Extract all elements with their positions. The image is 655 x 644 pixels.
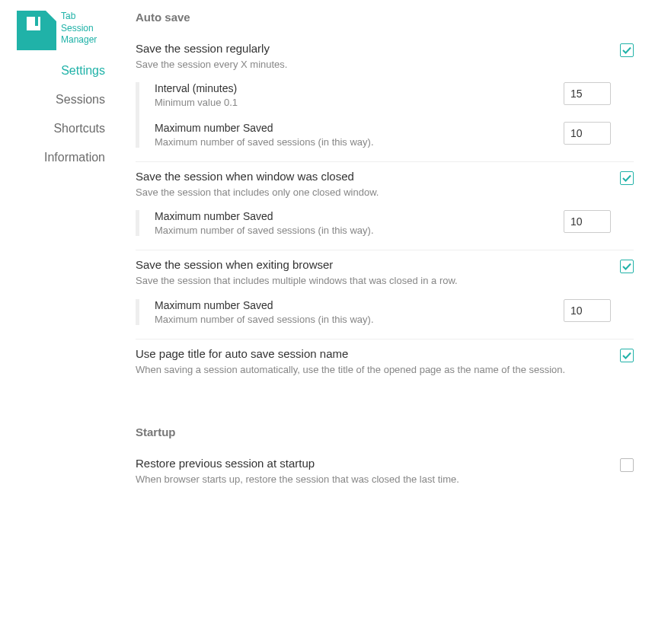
sidebar-item-information[interactable]: Information bbox=[44, 151, 108, 164]
restore-startup-checkbox[interactable] bbox=[620, 458, 634, 472]
setting-title: Save the session when exiting browser bbox=[136, 258, 611, 271]
sub-desc: Maximum number of saved sessions (in thi… bbox=[155, 314, 564, 325]
max-exit-input[interactable] bbox=[564, 299, 611, 322]
sub-desc: Maximum number of saved sessions (in thi… bbox=[155, 136, 564, 148]
setting-restore-startup: Restore previous session at startup When… bbox=[136, 449, 634, 500]
sidebar-nav: Settings Sessions Shortcuts Information bbox=[0, 64, 108, 164]
section-heading-startup: Startup bbox=[136, 426, 634, 438]
max-winclose-input[interactable] bbox=[564, 210, 611, 233]
setting-desc: When browser starts up, restore the sess… bbox=[136, 473, 611, 486]
max-regular-input[interactable] bbox=[564, 122, 611, 145]
app-brand: Tab Session Manager bbox=[0, 11, 97, 50]
setting-desc: Save the session that includes multiple … bbox=[136, 274, 611, 288]
sub-setting-max-winclose: Maximum number Saved Maximum number of s… bbox=[155, 210, 611, 236]
setting-title: Save the session regularly bbox=[136, 42, 611, 55]
sub-setting-interval: Interval (minutes) Minimum value 0.1 bbox=[155, 82, 611, 108]
sub-title: Maximum number Saved bbox=[155, 210, 564, 222]
save-window-closed-checkbox[interactable] bbox=[620, 171, 634, 185]
sidebar-item-sessions[interactable]: Sessions bbox=[56, 93, 108, 107]
sub-setting-max-regular: Maximum number Saved Maximum number of s… bbox=[155, 122, 611, 148]
section-heading-autosave: Auto save bbox=[136, 11, 634, 24]
sub-title: Maximum number Saved bbox=[155, 299, 564, 311]
setting-title: Restore previous session at startup bbox=[136, 457, 611, 470]
content: Auto save Save the session regularly Sav… bbox=[122, 0, 655, 518]
sidebar: Tab Session Manager Settings Sessions Sh… bbox=[0, 0, 122, 518]
save-disk-icon bbox=[17, 11, 56, 50]
sidebar-item-settings[interactable]: Settings bbox=[61, 64, 108, 78]
save-regularly-checkbox[interactable] bbox=[620, 43, 634, 57]
sub-setting-max-exit: Maximum number Saved Maximum number of s… bbox=[155, 299, 611, 325]
use-page-title-checkbox[interactable] bbox=[620, 349, 634, 362]
app-title: Tab Session Manager bbox=[61, 11, 97, 46]
sub-desc: Minimum value 0.1 bbox=[155, 97, 564, 108]
interval-input[interactable] bbox=[564, 82, 611, 105]
setting-title: Save the session when window was closed bbox=[136, 170, 611, 183]
setting-save-window-closed: Save the session when window was closed … bbox=[136, 162, 634, 250]
sub-desc: Maximum number of saved sessions (in thi… bbox=[155, 225, 564, 236]
sub-title: Maximum number Saved bbox=[155, 122, 564, 134]
sub-title: Interval (minutes) bbox=[155, 82, 564, 94]
sidebar-item-shortcuts[interactable]: Shortcuts bbox=[53, 122, 108, 135]
setting-title: Use page title for auto save session nam… bbox=[136, 347, 611, 360]
setting-desc: Save the session every X minutes. bbox=[136, 58, 611, 72]
setting-use-page-title: Use page title for auto save session nam… bbox=[136, 340, 634, 391]
setting-desc: When saving a session automatically, use… bbox=[136, 363, 611, 377]
setting-desc: Save the session that includes only one … bbox=[136, 186, 611, 199]
save-exit-browser-checkbox[interactable] bbox=[620, 260, 634, 273]
setting-save-regularly: Save the session regularly Save the sess… bbox=[136, 34, 634, 162]
setting-save-exit-browser: Save the session when exiting browser Sa… bbox=[136, 250, 634, 339]
